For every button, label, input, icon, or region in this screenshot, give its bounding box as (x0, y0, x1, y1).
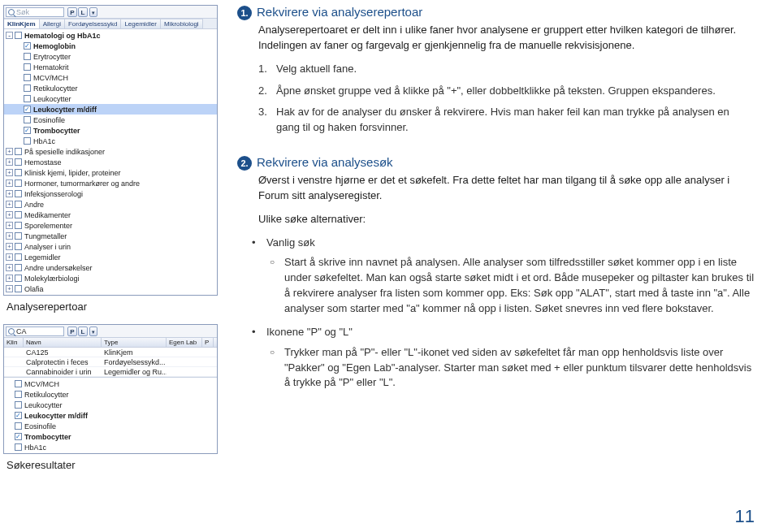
tree-row[interactable]: MCV/MCH (4, 72, 217, 83)
p-button[interactable]: P (67, 327, 77, 336)
expand-icon[interactable]: + (6, 222, 13, 229)
tree-row[interactable]: +Legemidler (4, 252, 217, 262)
tree-row[interactable]: +Hemostase (4, 157, 217, 167)
tree-row[interactable]: Hemoglobin (4, 41, 217, 51)
tree-row[interactable]: -Hematologi og HbA1c (4, 30, 217, 41)
checkbox[interactable] (15, 32, 22, 39)
checkbox[interactable] (15, 433, 22, 440)
checkbox[interactable] (15, 380, 22, 387)
checkbox[interactable] (15, 179, 22, 187)
tree-row[interactable]: +Olafia (4, 283, 217, 294)
checkbox[interactable] (15, 190, 22, 197)
checkbox[interactable] (24, 106, 31, 113)
tree-row[interactable]: Trombocytter (4, 431, 217, 442)
checkbox[interactable] (24, 53, 31, 60)
tree-row[interactable]: Eosinofile (4, 421, 217, 431)
tree-row[interactable]: +Tungmetaller (4, 231, 217, 241)
checkbox[interactable] (24, 116, 31, 123)
checkbox[interactable] (24, 63, 31, 71)
tree-row[interactable]: +Analyser i urin (4, 241, 217, 252)
expand-icon[interactable]: + (6, 179, 13, 187)
expand-icon[interactable]: + (6, 253, 13, 261)
repertoire-search[interactable]: Søk (6, 7, 64, 17)
checkbox[interactable] (24, 137, 31, 145)
checkbox[interactable] (15, 253, 22, 261)
checkbox[interactable] (15, 285, 22, 292)
checkbox[interactable] (15, 401, 22, 409)
checkbox[interactable] (24, 42, 31, 50)
checkbox[interactable] (15, 412, 22, 419)
expand-icon[interactable]: + (6, 201, 13, 208)
tree-row[interactable]: Leukocytter (4, 400, 217, 410)
expand-icon[interactable]: + (6, 275, 13, 282)
checkbox[interactable] (15, 422, 22, 430)
checkbox[interactable] (24, 95, 31, 102)
tree-row[interactable]: +Andre undersøkelser (4, 262, 217, 273)
tree-row[interactable]: Leukocytter m/diff (4, 104, 217, 115)
tree-row[interactable]: +Infeksjonsserologi (4, 188, 217, 199)
table-row[interactable]: CA125KlinKjem (4, 348, 217, 357)
tree-row[interactable]: +Medikamenter (4, 210, 217, 220)
dropdown-icon[interactable]: ▾ (89, 7, 97, 17)
tree-row[interactable]: +Andre (4, 199, 217, 210)
checkbox[interactable] (15, 391, 22, 398)
tree-row[interactable]: Eosinofile (4, 115, 217, 125)
checkbox[interactable] (24, 127, 31, 134)
expand-icon[interactable]: + (6, 169, 13, 176)
expand-icon[interactable]: + (6, 232, 13, 240)
l-button[interactable]: L (78, 7, 88, 17)
expand-icon[interactable]: + (6, 211, 13, 218)
tree-row[interactable]: Retikulocytter (4, 389, 217, 400)
tab-legemidler[interactable]: Legemidler (121, 19, 161, 28)
checkbox[interactable] (15, 243, 22, 250)
col-klin[interactable]: Klin (4, 338, 24, 347)
tree-row[interactable]: Hematokrit (4, 62, 217, 72)
tab-allergi[interactable]: Allergi (40, 19, 65, 28)
tree-row[interactable]: MCV/MCH (4, 378, 217, 389)
col-navn[interactable]: Navn (24, 338, 102, 347)
tree-row[interactable]: Leukocytter (4, 93, 217, 104)
checkbox[interactable] (24, 74, 31, 81)
tab-mikrobiologi[interactable]: Mikrobiologi (161, 19, 203, 28)
search-field[interactable]: CA (6, 327, 64, 336)
col-egen lab[interactable]: Egen Lab (167, 338, 202, 347)
checkbox[interactable] (15, 169, 22, 176)
checkbox[interactable] (15, 148, 22, 155)
tree-row[interactable]: +Hormoner, tumormarkører og andre (4, 178, 217, 188)
table-row[interactable]: Cannabinoider i urinLegemidler og Ru... (4, 367, 217, 377)
expand-icon[interactable]: + (6, 243, 13, 250)
checkbox[interactable] (15, 275, 22, 282)
tree-row[interactable]: Trombocytter (4, 125, 217, 136)
checkbox[interactable] (15, 158, 22, 166)
expand-icon[interactable]: + (6, 190, 13, 197)
checkbox[interactable] (15, 211, 22, 218)
expand-icon[interactable]: + (6, 158, 13, 166)
tab-klinkjem[interactable]: KlinKjem (4, 19, 40, 28)
tree-row[interactable]: Leukocytter m/diff (4, 410, 217, 421)
expand-icon[interactable]: + (6, 148, 13, 155)
table-row[interactable]: Calprotectin i fecesFordøyelsessykd... (4, 357, 217, 367)
tree-row[interactable]: +Klinisk kjemi, lipider, proteiner (4, 167, 217, 178)
checkbox[interactable] (15, 232, 22, 240)
tree-row[interactable]: +Sporelementer (4, 220, 217, 231)
collapse-icon[interactable]: - (6, 32, 13, 39)
checkbox[interactable] (15, 443, 22, 451)
expand-icon[interactable]: + (6, 264, 13, 271)
expand-icon[interactable]: + (6, 285, 13, 292)
col-p[interactable]: P (202, 338, 214, 347)
tree-row[interactable]: +Molekylærbiologi (4, 273, 217, 283)
checkbox[interactable] (24, 84, 31, 92)
l-button[interactable]: L (78, 327, 88, 336)
p-button[interactable]: P (67, 7, 77, 17)
tree-row[interactable]: +På spesielle indikasjoner (4, 146, 217, 157)
tree-row[interactable]: Erytrocytter (4, 51, 217, 62)
checkbox[interactable] (15, 201, 22, 208)
tree-row[interactable]: Retikulocytter (4, 83, 217, 93)
col-type[interactable]: Type (102, 338, 167, 347)
tree-row[interactable]: HbA1c (4, 442, 217, 452)
tree-row[interactable]: HbA1c (4, 136, 217, 146)
checkbox[interactable] (15, 222, 22, 229)
dropdown-icon[interactable]: ▾ (89, 327, 97, 336)
checkbox[interactable] (15, 264, 22, 271)
tab-fordøyelsessykd[interactable]: Fordøyelsessykd (65, 19, 121, 28)
